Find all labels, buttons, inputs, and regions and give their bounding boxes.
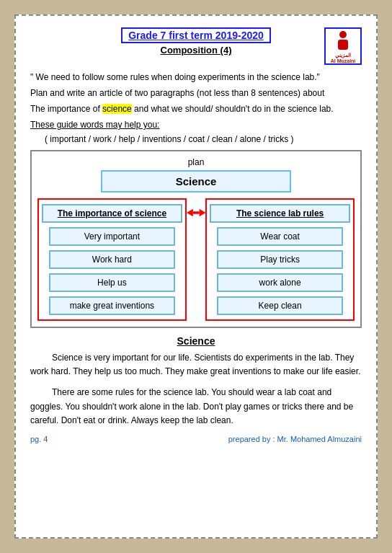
composition-subtitle: Composition (4)	[68, 45, 324, 56]
plan-label: plan	[37, 157, 355, 167]
svg-marker-3	[199, 209, 205, 217]
right-group: The science lab rules Wear coat Play tri…	[205, 198, 355, 321]
page: Grade 7 first term 2019-2020 Composition…	[14, 14, 378, 539]
logo-icon	[333, 30, 353, 53]
guide-words: ( important / work / help / inventions /…	[45, 134, 362, 144]
header-center: Grade 7 first term 2019-2020 Composition…	[68, 27, 324, 56]
right-item-0: Wear coat	[217, 227, 343, 246]
grade-title: Grade 7 first term 2019-2020	[121, 27, 271, 43]
article-para2: There are some rules for the science lab…	[30, 386, 362, 428]
left-item-1: Work hard	[49, 250, 175, 269]
footer: pg. 4 prepared by : Mr. Mohamed Almuzain…	[30, 435, 362, 443]
intro-line1: " We need to follow some rules when doin…	[30, 71, 362, 84]
right-item-3: Keep clean	[217, 296, 343, 315]
article-para1: Science is very important for our life. …	[30, 351, 362, 379]
guide-label: These guide words may help you:	[30, 118, 362, 131]
right-item-2: work alone	[217, 273, 343, 292]
left-item-2: Help us	[49, 273, 175, 292]
left-item-0: Very important	[49, 227, 175, 246]
logo-text-label: المزينيAl Muzaini	[331, 53, 356, 63]
intro-science-highlight: science	[102, 104, 132, 114]
left-col-header: The importance of science	[42, 204, 182, 223]
arrow-area	[187, 198, 205, 220]
double-arrow-icon	[187, 205, 205, 220]
science-box: Science	[101, 170, 291, 193]
plan-section: plan Science The importance of science V…	[30, 150, 362, 328]
right-col-header: The science lab rules	[210, 204, 350, 223]
columns-container: The importance of science Very important…	[37, 198, 355, 321]
svg-point-0	[339, 31, 347, 38]
header-section: Grade 7 first term 2019-2020 Composition…	[30, 27, 362, 65]
svg-rect-4	[193, 211, 200, 214]
svg-marker-2	[187, 209, 193, 217]
intro-line3: The importance of science and what we sh…	[30, 102, 362, 115]
left-item-3: make great inventions	[49, 296, 175, 315]
footer-page: pg. 4	[30, 435, 48, 443]
article-title: Science	[30, 335, 362, 347]
left-group: The importance of science Very important…	[37, 198, 187, 321]
intro-line3-before: The importance of	[30, 104, 102, 114]
intro-line3-after: and what we should/ shouldn't do in the …	[132, 104, 334, 114]
intro-line2: Plan and write an article of two paragra…	[30, 87, 362, 99]
right-item-1: Play tricks	[217, 250, 343, 269]
logo-box: المزينيAl Muzaini	[324, 27, 362, 65]
footer-prepared: prepared by : Mr. Mohamed Almuzaini	[228, 435, 362, 443]
svg-rect-1	[338, 40, 348, 50]
